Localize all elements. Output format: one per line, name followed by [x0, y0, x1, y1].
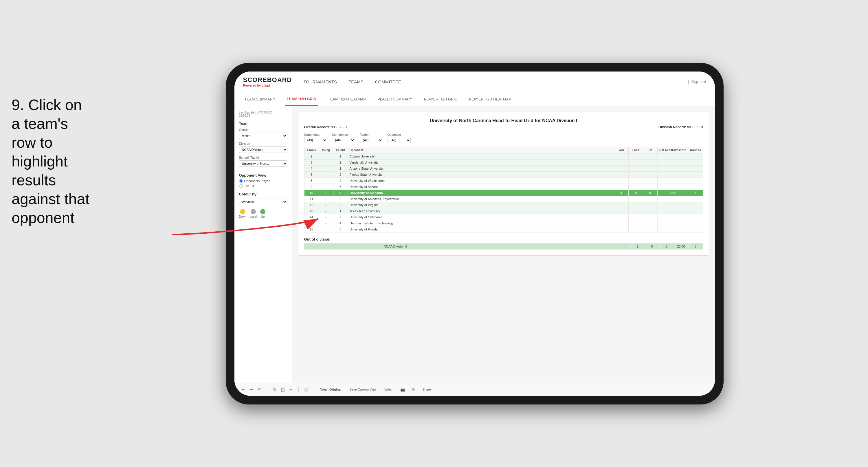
- table-row[interactable]: 14-2University of Oklahoma: [304, 214, 703, 220]
- view-original-btn[interactable]: View: Original: [319, 387, 343, 392]
- opponents-filter-select[interactable]: (All): [304, 137, 327, 143]
- rounds-cell: [688, 202, 703, 208]
- opponent-cell: Texas Tech University: [348, 208, 614, 214]
- redo-icon[interactable]: ↪: [248, 386, 254, 392]
- reg-cell: -: [319, 208, 333, 214]
- logo-powered-by: Powered by clippi: [243, 84, 292, 87]
- table-row[interactable]: 8-2University of Washington: [304, 177, 703, 183]
- diff-cell: [658, 196, 688, 202]
- clock-icon[interactable]: 🕐: [303, 386, 309, 392]
- sub-nav-player-h2h-heatmap[interactable]: PLAYER H2H HEATMAP: [467, 92, 512, 106]
- win-cell: [614, 183, 629, 189]
- table-row[interactable]: 13-1Texas Tech University: [304, 208, 703, 214]
- opponent-cell: Georgia Institute of Technology: [348, 220, 614, 226]
- win-cell: [614, 202, 629, 208]
- gender-select[interactable]: Men's: [239, 133, 287, 139]
- sub-nav-player-h2h-grid[interactable]: PLAYER H2H GRID: [422, 92, 459, 106]
- win-cell: [614, 208, 629, 214]
- nav-committee[interactable]: COMMITTEE: [375, 78, 401, 86]
- toolbar-history-icons: ↩ ↪ ↶: [240, 386, 262, 392]
- rank-cell: 12: [304, 202, 319, 208]
- watch-btn[interactable]: Watch: [383, 387, 395, 392]
- conference-filter-select[interactable]: (All): [332, 137, 355, 143]
- tie-cell: [643, 226, 658, 232]
- rounds-cell: [688, 177, 703, 183]
- school-select[interactable]: University of Nort...: [239, 160, 287, 167]
- rounds-cell: [688, 165, 703, 171]
- opponent-cell: Arizona State University: [348, 165, 614, 171]
- sign-out-link[interactable]: Sign out: [691, 79, 706, 84]
- division-label-cell: [304, 243, 382, 249]
- sub-nav-team-h2h-heatmap[interactable]: TEAM H2H HEATMAP: [327, 92, 367, 106]
- out-of-division-title: Out of division: [304, 237, 703, 241]
- rank-cell: 3: [304, 159, 319, 165]
- division-row[interactable]: NCAA Division II 1 0 0 26.00 3: [304, 243, 703, 249]
- conf-cell: 3: [333, 202, 348, 208]
- copy-icon[interactable]: ⧉: [272, 386, 278, 392]
- tie-cell: [643, 214, 658, 220]
- diff-cell: [658, 202, 688, 208]
- loss-cell: [629, 196, 643, 202]
- sub-nav-player-summary[interactable]: PLAYER SUMMARY: [376, 92, 413, 106]
- grid-icon[interactable]: ⊞: [410, 386, 416, 392]
- table-row[interactable]: 11-6University of Arkansas, Fayetteville: [304, 196, 703, 202]
- save-custom-view-btn[interactable]: Save Custom View: [348, 387, 378, 392]
- table-row[interactable]: 16-3University of Florida: [304, 226, 703, 232]
- sub-nav-team-h2h-grid[interactable]: TEAM H2H GRID: [285, 92, 318, 106]
- opponent-filter-select[interactable]: (All): [388, 137, 411, 143]
- win-cell: [614, 220, 629, 226]
- table-row[interactable]: 12-3University of Virginia: [304, 202, 703, 208]
- table-row[interactable]: 6-2Florida State University: [304, 171, 703, 177]
- filter-row: Opponents: (All) Conference (All): [304, 133, 703, 143]
- out-of-division-section: Out of division NCAA Division II 1 0 0: [304, 237, 703, 250]
- table-row[interactable]: 4-1Arizona State University: [304, 165, 703, 171]
- undo-icon[interactable]: ↩: [240, 386, 246, 392]
- region-filter: Region (All): [360, 133, 383, 143]
- paste-icon[interactable]: 📋: [280, 386, 286, 392]
- share-btn[interactable]: Share: [421, 387, 432, 392]
- top-nav: SCOREBOARD Powered by clippi TOURNAMENTS…: [235, 71, 715, 92]
- conf-cell: 6: [333, 196, 348, 202]
- table-row[interactable]: 9-3University of Arizona: [304, 183, 703, 189]
- logo-area: SCOREBOARD Powered by clippi: [243, 76, 292, 87]
- conf-cell: 2: [333, 177, 348, 183]
- reg-cell: -: [319, 189, 333, 196]
- colour-by-select[interactable]: Win/loss: [239, 199, 287, 205]
- opponents-played-option[interactable]: Opponents Played: [239, 179, 287, 183]
- loss-cell: [629, 177, 643, 183]
- tie-cell: [643, 220, 658, 226]
- table-row[interactable]: 2-1Auburn University: [304, 153, 703, 159]
- sub-nav-team-summary[interactable]: TEAM SUMMARY: [243, 92, 277, 106]
- camera-icon[interactable]: 📷: [400, 386, 405, 392]
- opponent-cell: Florida State University: [348, 171, 614, 177]
- rank-cell: 4: [304, 165, 319, 171]
- data-table: # Rank # Reg # Conf Opponent Win Loss Ti…: [304, 147, 703, 232]
- table-row[interactable]: 15-4Georgia Institute of Technology: [304, 220, 703, 226]
- opponent-cell: Vanderbilt University: [348, 159, 614, 165]
- top-100-option[interactable]: Top 100: [239, 184, 287, 188]
- nav-tournaments[interactable]: TOURNAMENTS: [303, 78, 337, 86]
- opponent-cell: University of Virginia: [348, 202, 614, 208]
- add-icon[interactable]: +: [288, 386, 294, 392]
- division-select[interactable]: NCAA Division I: [239, 146, 287, 153]
- conf-cell: 3: [333, 183, 348, 189]
- nav-teams[interactable]: TEAMS: [348, 78, 364, 86]
- division-diff-cell: 26.00: [674, 243, 688, 249]
- division-record: Division Record: 88 - 17 - 0: [658, 125, 703, 129]
- rank-cell: 11: [304, 196, 319, 202]
- back-icon[interactable]: ↶: [256, 386, 262, 392]
- outer-wrapper: 9. Click on a team's row to highlight re…: [0, 0, 868, 467]
- conf-cell: 2: [333, 171, 348, 177]
- opponents-filter: Opponents: (All): [304, 133, 327, 143]
- table-row[interactable]: 3-2Vanderbilt University: [304, 159, 703, 165]
- loss-cell: [629, 220, 643, 226]
- toolbar-action-icons: ⧉ 📋 +: [272, 386, 294, 392]
- nav-items: TOURNAMENTS TEAMS COMMITTEE: [303, 78, 688, 86]
- loss-cell: [629, 214, 643, 220]
- table-row[interactable]: 10-5University of Alabama3002.618: [304, 189, 703, 196]
- colour-legend: Down Level Up: [239, 209, 287, 218]
- rounds-cell: 8: [688, 189, 703, 196]
- region-filter-select[interactable]: (All): [360, 137, 383, 143]
- opponent-view-title: Opponent View: [239, 173, 287, 177]
- col-win: Win: [614, 147, 629, 153]
